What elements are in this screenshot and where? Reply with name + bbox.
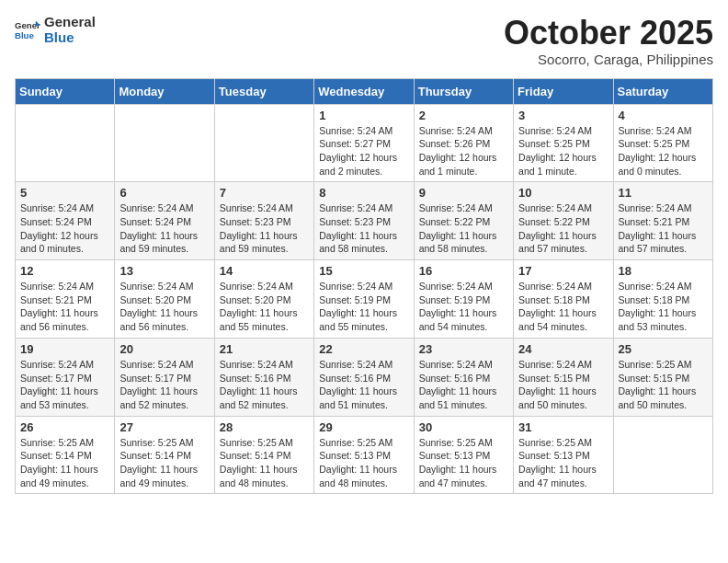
calendar-day-18: 18Sunrise: 5:24 AM Sunset: 5:18 PM Dayli… <box>613 260 712 339</box>
day-number: 25 <box>619 342 708 356</box>
day-info: Sunrise: 5:24 AM Sunset: 5:19 PM Dayligh… <box>419 280 508 334</box>
calendar-day-25: 25Sunrise: 5:25 AM Sunset: 5:15 PM Dayli… <box>613 338 712 416</box>
calendar-day-1: 1Sunrise: 5:24 AM Sunset: 5:27 PM Daylig… <box>314 104 414 182</box>
day-number: 3 <box>518 109 608 122</box>
calendar-day-30: 30Sunrise: 5:25 AM Sunset: 5:13 PM Dayli… <box>414 416 513 494</box>
calendar-day-19: 19Sunrise: 5:24 AM Sunset: 5:17 PM Dayli… <box>16 338 115 416</box>
day-number: 14 <box>220 264 309 278</box>
location-subtitle: Socorro, Caraga, Philippines <box>504 52 713 67</box>
day-number: 13 <box>119 264 209 278</box>
day-number: 10 <box>518 186 608 200</box>
day-number: 16 <box>419 264 508 278</box>
calendar-day-8: 8Sunrise: 5:24 AM Sunset: 5:23 PM Daylig… <box>314 182 414 260</box>
calendar-day-24: 24Sunrise: 5:24 AM Sunset: 5:15 PM Dayli… <box>514 338 613 416</box>
day-number: 9 <box>419 186 508 200</box>
calendar-day-29: 29Sunrise: 5:25 AM Sunset: 5:13 PM Dayli… <box>314 416 414 494</box>
calendar-day-16: 16Sunrise: 5:24 AM Sunset: 5:19 PM Dayli… <box>414 260 513 339</box>
day-number: 4 <box>619 109 708 122</box>
day-number: 26 <box>20 420 109 434</box>
calendar-day-5: 5Sunrise: 5:24 AM Sunset: 5:24 PM Daylig… <box>16 182 115 260</box>
day-number: 21 <box>220 342 309 356</box>
weekday-header-thursday: Thursday <box>414 78 513 104</box>
calendar-day-7: 7Sunrise: 5:24 AM Sunset: 5:23 PM Daylig… <box>214 182 313 260</box>
calendar-day-2: 2Sunrise: 5:24 AM Sunset: 5:26 PM Daylig… <box>414 104 513 182</box>
day-info: Sunrise: 5:24 AM Sunset: 5:24 PM Dayligh… <box>119 201 209 256</box>
day-number: 18 <box>619 264 708 278</box>
day-info: Sunrise: 5:25 AM Sunset: 5:13 PM Dayligh… <box>319 436 408 490</box>
day-info: Sunrise: 5:24 AM Sunset: 5:23 PM Dayligh… <box>319 201 408 256</box>
weekday-header-monday: Monday <box>115 78 214 104</box>
day-info: Sunrise: 5:24 AM Sunset: 5:21 PM Dayligh… <box>20 280 109 334</box>
logo: General Blue General Blue <box>15 15 96 45</box>
day-number: 27 <box>119 420 209 434</box>
day-info: Sunrise: 5:24 AM Sunset: 5:17 PM Dayligh… <box>119 358 209 412</box>
day-info: Sunrise: 5:24 AM Sunset: 5:23 PM Dayligh… <box>220 201 309 256</box>
day-number: 6 <box>119 186 209 200</box>
calendar-day-6: 6Sunrise: 5:24 AM Sunset: 5:24 PM Daylig… <box>115 182 214 260</box>
calendar-table: SundayMondayTuesdayWednesdayThursdayFrid… <box>15 78 713 495</box>
logo-blue-text: Blue <box>44 30 96 46</box>
day-info: Sunrise: 5:25 AM Sunset: 5:15 PM Dayligh… <box>619 358 708 412</box>
day-info: Sunrise: 5:24 AM Sunset: 5:16 PM Dayligh… <box>419 358 508 412</box>
day-number: 5 <box>20 186 109 200</box>
day-number: 15 <box>319 264 408 278</box>
calendar-week-5: 26Sunrise: 5:25 AM Sunset: 5:14 PM Dayli… <box>16 416 713 494</box>
day-info: Sunrise: 5:24 AM Sunset: 5:22 PM Dayligh… <box>518 201 608 256</box>
day-number: 12 <box>20 264 109 278</box>
calendar-day-17: 17Sunrise: 5:24 AM Sunset: 5:18 PM Dayli… <box>514 260 613 339</box>
calendar-empty-cell <box>613 416 712 494</box>
svg-text:Blue: Blue <box>15 29 34 40</box>
month-title: October 2025 <box>504 15 713 52</box>
calendar-day-10: 10Sunrise: 5:24 AM Sunset: 5:22 PM Dayli… <box>514 182 613 260</box>
day-info: Sunrise: 5:24 AM Sunset: 5:18 PM Dayligh… <box>619 280 708 334</box>
weekday-header-tuesday: Tuesday <box>214 78 313 104</box>
weekday-header-row: SundayMondayTuesdayWednesdayThursdayFrid… <box>16 78 713 104</box>
day-info: Sunrise: 5:24 AM Sunset: 5:15 PM Dayligh… <box>518 358 608 412</box>
calendar-day-21: 21Sunrise: 5:24 AM Sunset: 5:16 PM Dayli… <box>214 338 313 416</box>
calendar-day-27: 27Sunrise: 5:25 AM Sunset: 5:14 PM Dayli… <box>115 416 214 494</box>
calendar-day-23: 23Sunrise: 5:24 AM Sunset: 5:16 PM Dayli… <box>414 338 513 416</box>
logo-icon: General Blue <box>15 17 40 43</box>
calendar-day-26: 26Sunrise: 5:25 AM Sunset: 5:14 PM Dayli… <box>16 416 115 494</box>
day-info: Sunrise: 5:24 AM Sunset: 5:25 PM Dayligh… <box>619 124 708 178</box>
calendar-day-4: 4Sunrise: 5:24 AM Sunset: 5:25 PM Daylig… <box>613 104 712 182</box>
day-number: 11 <box>619 186 708 200</box>
calendar-day-14: 14Sunrise: 5:24 AM Sunset: 5:20 PM Dayli… <box>214 260 313 339</box>
day-number: 31 <box>518 420 608 434</box>
day-info: Sunrise: 5:24 AM Sunset: 5:19 PM Dayligh… <box>319 280 408 334</box>
day-number: 30 <box>419 420 508 434</box>
calendar-week-3: 12Sunrise: 5:24 AM Sunset: 5:21 PM Dayli… <box>16 260 713 339</box>
day-number: 19 <box>20 342 109 356</box>
day-info: Sunrise: 5:24 AM Sunset: 5:25 PM Dayligh… <box>518 124 608 178</box>
day-number: 22 <box>319 342 408 356</box>
day-info: Sunrise: 5:24 AM Sunset: 5:18 PM Dayligh… <box>518 280 608 334</box>
day-number: 2 <box>419 109 508 122</box>
day-info: Sunrise: 5:24 AM Sunset: 5:16 PM Dayligh… <box>220 358 309 412</box>
title-area: October 2025 Socorro, Caraga, Philippine… <box>504 15 713 67</box>
day-number: 29 <box>319 420 408 434</box>
weekday-header-wednesday: Wednesday <box>314 78 414 104</box>
calendar-week-2: 5Sunrise: 5:24 AM Sunset: 5:24 PM Daylig… <box>16 182 713 260</box>
day-info: Sunrise: 5:24 AM Sunset: 5:20 PM Dayligh… <box>119 280 209 334</box>
weekday-header-friday: Friday <box>514 78 613 104</box>
weekday-header-saturday: Saturday <box>613 78 712 104</box>
calendar-week-1: 1Sunrise: 5:24 AM Sunset: 5:27 PM Daylig… <box>16 104 713 182</box>
day-number: 23 <box>419 342 508 356</box>
day-info: Sunrise: 5:25 AM Sunset: 5:13 PM Dayligh… <box>518 436 608 490</box>
calendar-day-20: 20Sunrise: 5:24 AM Sunset: 5:17 PM Dayli… <box>115 338 214 416</box>
calendar-day-13: 13Sunrise: 5:24 AM Sunset: 5:20 PM Dayli… <box>115 260 214 339</box>
calendar-empty-cell <box>214 104 313 182</box>
calendar-day-9: 9Sunrise: 5:24 AM Sunset: 5:22 PM Daylig… <box>414 182 513 260</box>
weekday-header-sunday: Sunday <box>16 78 115 104</box>
calendar-day-28: 28Sunrise: 5:25 AM Sunset: 5:14 PM Dayli… <box>214 416 313 494</box>
calendar-day-22: 22Sunrise: 5:24 AM Sunset: 5:16 PM Dayli… <box>314 338 414 416</box>
day-number: 20 <box>119 342 209 356</box>
day-info: Sunrise: 5:24 AM Sunset: 5:27 PM Dayligh… <box>319 124 408 178</box>
day-info: Sunrise: 5:24 AM Sunset: 5:22 PM Dayligh… <box>419 201 508 256</box>
day-info: Sunrise: 5:24 AM Sunset: 5:16 PM Dayligh… <box>319 358 408 412</box>
day-info: Sunrise: 5:25 AM Sunset: 5:13 PM Dayligh… <box>419 436 508 490</box>
calendar-day-3: 3Sunrise: 5:24 AM Sunset: 5:25 PM Daylig… <box>514 104 613 182</box>
calendar-week-4: 19Sunrise: 5:24 AM Sunset: 5:17 PM Dayli… <box>16 338 713 416</box>
calendar-empty-cell <box>16 104 115 182</box>
calendar-day-15: 15Sunrise: 5:24 AM Sunset: 5:19 PM Dayli… <box>314 260 414 339</box>
